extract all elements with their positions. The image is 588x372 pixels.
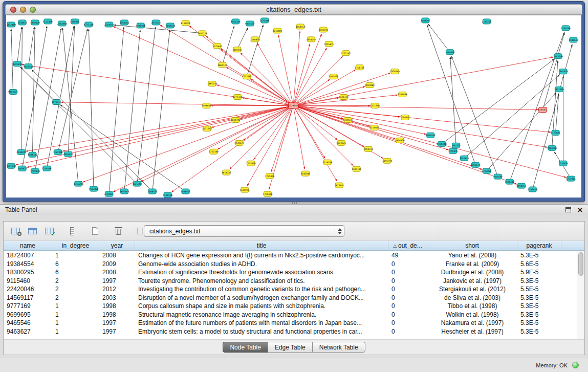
graph-node[interactable]: 1985203: [426, 133, 435, 138]
table-row[interactable]: 2242004622012Investigating the contribut…: [4, 285, 577, 294]
tab-network-table[interactable]: Network Table: [312, 342, 365, 353]
graph-node[interactable]: 8561204: [231, 19, 241, 24]
graph-node[interactable]: 1696191: [318, 27, 328, 32]
table-source-dropdown[interactable]: citations_edges.txt: [144, 225, 344, 237]
graph-node[interactable]: 2071543: [202, 126, 212, 131]
graph-edge-black[interactable]: [32, 27, 35, 155]
graph-node[interactable]: 1735414: [265, 173, 275, 179]
graph-node[interactable]: 1758715: [355, 65, 364, 70]
graph-node[interactable]: 9699695: [12, 61, 22, 67]
graph-node[interactable]: 1608342: [505, 179, 514, 184]
table-row[interactable]: 1456911722003Disruption of a novel membe…: [4, 294, 577, 302]
graph-edge-red[interactable]: [278, 35, 293, 106]
graph-node[interactable]: 1840329: [165, 23, 175, 28]
graph-edge-red[interactable]: [271, 106, 293, 172]
graph-edge-red[interactable]: [293, 106, 548, 147]
graph-edge-black[interactable]: [17, 27, 22, 64]
graph-edge-black[interactable]: [20, 67, 137, 184]
graph-node[interactable]: 1847063: [120, 189, 129, 194]
graph-node[interactable]: 2204691: [400, 115, 410, 120]
edit-table-button[interactable]: ✓: [42, 225, 56, 238]
graph-node[interactable]: 1955821: [324, 41, 334, 47]
graph-node[interactable]: 1601218: [198, 31, 207, 36]
graph-node[interactable]: 2145262: [482, 19, 492, 24]
tab-edge-table[interactable]: Edge Table: [268, 342, 313, 353]
table-row[interactable]: 1872400712008Changes of HCN gene express…: [4, 251, 577, 260]
graph-node[interactable]: 9463627: [8, 90, 18, 95]
graph-node[interactable]: 1764281: [120, 20, 129, 25]
graph-node[interactable]: 1958243: [306, 37, 316, 42]
graph-edge-red[interactable]: [293, 79, 330, 106]
graph-node[interactable]: 2214650: [104, 22, 114, 27]
graph-edge-black[interactable]: [114, 25, 203, 33]
graph-node[interactable]: 2242802: [273, 28, 282, 33]
table-row[interactable]: 911546021997Tourette syndrome. Phenomeno…: [4, 277, 577, 286]
graph-node[interactable]: 1933062: [89, 186, 99, 191]
graph-node[interactable]: 1924507: [493, 174, 503, 179]
show-columns-button[interactable]: [26, 225, 39, 238]
graph-node[interactable]: 1530268: [163, 192, 172, 198]
graph-node[interactable]: 1079215: [52, 100, 61, 105]
graph-node[interactable]: 1818205: [222, 170, 231, 175]
network-canvas[interactable]: 1724043159581122608341802145186012718852…: [6, 15, 581, 198]
graph-edge-red[interactable]: [230, 106, 293, 169]
graph-node[interactable]: 1514534: [322, 160, 332, 165]
graph-edge-red[interactable]: [293, 44, 310, 106]
table-row[interactable]: 969969511998Structural magnetic resonanc…: [4, 311, 577, 319]
graph-edge-red[interactable]: [226, 67, 293, 105]
graph-node[interactable]: 1456911: [70, 19, 80, 24]
graph-node[interactable]: 1645081: [301, 171, 311, 176]
graph-node[interactable]: 2260834: [250, 37, 260, 42]
graph-node[interactable]: 1745620: [528, 187, 537, 192]
graph-node[interactable]: 1904216: [363, 146, 373, 151]
graph-edge-black[interactable]: [237, 28, 248, 50]
graph-node[interactable]: 1626151: [339, 95, 349, 100]
delete-column-button[interactable]: [112, 225, 125, 238]
graph-edge-red[interactable]: [293, 34, 322, 105]
graph-node[interactable]: 1904782: [28, 152, 37, 157]
graph-node[interactable]: 2184307: [421, 18, 430, 23]
graph-edge-red[interactable]: [293, 106, 538, 110]
graph-node[interactable]: 1651230: [6, 163, 16, 168]
column-header-short[interactable]: short: [427, 241, 517, 250]
graph-node[interactable]: 2045871: [17, 166, 27, 171]
graph-edge-red[interactable]: [62, 106, 293, 151]
column-header-in_degree[interactable]: in_degree: [52, 241, 99, 250]
graph-node[interactable]: 1610755: [240, 187, 250, 192]
graph-node[interactable]: 1211398: [370, 103, 380, 108]
graph-edge-red[interactable]: [293, 86, 365, 106]
graph-node[interactable]: 1750344: [263, 191, 273, 196]
graph-edge-red[interactable]: [141, 106, 293, 182]
graph-edge-red[interactable]: [254, 106, 293, 160]
graph-edge-black[interactable]: [32, 70, 153, 191]
graph-node[interactable]: 1745098: [398, 92, 407, 97]
graph-node[interactable]: 2094156: [516, 183, 526, 188]
graph-node[interactable]: 2065431: [63, 151, 73, 157]
graph-node[interactable]: 1664870: [445, 50, 455, 55]
graph-node[interactable]: 1725450: [246, 161, 256, 166]
graph-edge-black[interactable]: [62, 28, 78, 184]
graph-node[interactable]: 1672045: [260, 18, 270, 23]
graph-node[interactable]: 8134070: [181, 20, 190, 26]
graph-node[interactable]: 1930672: [234, 140, 244, 145]
graph-node[interactable]: 1724043: [289, 103, 298, 108]
graph-node[interactable]: 1625304: [132, 181, 142, 186]
graph-edge-red[interactable]: [211, 106, 293, 128]
graph-edge-black[interactable]: [153, 30, 170, 191]
graph-node[interactable]: 1830029: [30, 20, 40, 25]
graph-node[interactable]: 1699184: [352, 166, 361, 171]
graph-node[interactable]: 1643794: [553, 54, 563, 59]
graph-node[interactable]: 1854083: [365, 83, 375, 88]
graph-node[interactable]: 1772081: [566, 176, 576, 181]
graph-node[interactable]: 1860127: [217, 62, 227, 68]
graph-node[interactable]: 2148305: [16, 149, 26, 155]
graph-node[interactable]: 1938455: [17, 20, 27, 25]
graph-node[interactable]: 1895794: [382, 158, 392, 163]
graph-edge-red[interactable]: [221, 49, 293, 105]
graph-edge-black[interactable]: [89, 29, 94, 189]
window-titlebar[interactable]: citations_edges.txt: [5, 4, 582, 15]
tab-node-table[interactable]: Node Table: [223, 342, 268, 353]
graph-node[interactable]: 2098741: [147, 189, 157, 194]
graph-edge-red[interactable]: [293, 57, 554, 105]
graph-edge-black[interactable]: [28, 27, 34, 67]
